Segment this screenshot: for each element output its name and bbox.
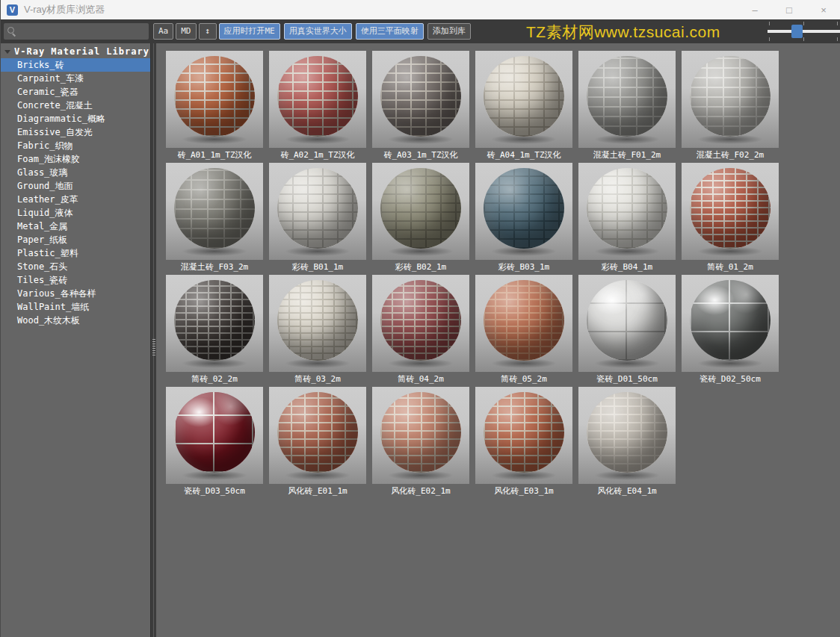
material-card[interactable]: 彩砖_B01_1m: [269, 163, 366, 275]
toolbar-button-open-me-on-apply[interactable]: 应用时打开ME: [219, 23, 280, 40]
sidebar-item-ground[interactable]: Ground_地面: [1, 179, 150, 193]
material-sphere: [587, 168, 667, 249]
material-card[interactable]: 简砖_01_2m: [682, 163, 779, 275]
material-card[interactable]: 瓷砖_D03_50cm: [166, 387, 263, 499]
material-card[interactable]: 简砖_04_2m: [372, 275, 469, 387]
material-preview: [166, 163, 263, 260]
sidebar-item-plastic[interactable]: Plastic_塑料: [1, 246, 150, 260]
slider-tick: [803, 22, 804, 25]
material-card[interactable]: 风化砖_E02_1m: [372, 387, 469, 499]
minimize-icon[interactable]: –: [738, 0, 772, 19]
material-sphere: [690, 280, 770, 361]
slider-handle[interactable]: [791, 25, 803, 38]
sidebar-item-glass[interactable]: Glass_玻璃: [1, 166, 150, 179]
material-label: 瓷砖_D02_50cm: [682, 372, 779, 387]
panel-splitter[interactable]: [150, 43, 156, 637]
material-label: 简砖_04_2m: [372, 372, 469, 387]
sidebar-item-fabric[interactable]: Fabric_织物: [1, 139, 150, 152]
sidebar-item-paper[interactable]: Paper_纸板: [1, 233, 150, 246]
material-preview: [682, 275, 779, 372]
sidebar-item-leather[interactable]: Leather_皮革: [1, 193, 150, 206]
tree-root[interactable]: V-Ray Material Library: [1, 45, 150, 58]
sidebar-item-diagrammatic[interactable]: Diagrammatic_概略: [1, 112, 150, 125]
material-card[interactable]: 风化砖_E03_1m: [475, 387, 572, 499]
material-preview: [372, 275, 469, 372]
sidebar-item-stone[interactable]: Stone_石头: [1, 260, 150, 273]
material-preview: [269, 51, 366, 148]
material-card[interactable]: 混凝土砖_F02_2m: [682, 51, 779, 163]
material-sphere: [380, 280, 461, 361]
material-card[interactable]: 砖_A02_1m_TZ汉化: [269, 51, 366, 163]
material-preview: [682, 163, 779, 260]
sidebar-item-bricks[interactable]: Bricks_砖: [1, 58, 150, 72]
material-preview: [269, 163, 366, 260]
slider-tick: [837, 37, 838, 41]
material-preview: [372, 51, 469, 148]
sidebar-item-foam[interactable]: Foam_泡沫橡胶: [1, 152, 150, 166]
toolbar-button-md[interactable]: MD: [176, 23, 196, 40]
maximize-icon[interactable]: □: [772, 0, 806, 19]
material-sphere: [277, 168, 358, 249]
material-card[interactable]: 混凝土砖_F01_2m: [578, 51, 676, 163]
material-sphere: [174, 280, 255, 361]
material-card[interactable]: 彩砖_B03_1m: [475, 163, 572, 275]
material-label: 砖_A01_1m_TZ汉化: [166, 148, 263, 163]
material-card[interactable]: 砖_A03_1m_TZ汉化: [372, 51, 469, 163]
material-label: 简砖_01_2m: [682, 260, 779, 275]
material-sphere: [690, 56, 770, 137]
material-sphere: [587, 392, 667, 473]
sidebar-item-wood[interactable]: Wood_木纹木板: [1, 314, 150, 327]
sidebar-item-carpaint[interactable]: Carpaint_车漆: [1, 72, 150, 85]
material-card[interactable]: 风化砖_E04_1m: [578, 387, 676, 499]
slider-tick: [769, 37, 770, 41]
material-label: 风化砖_E02_1m: [372, 484, 469, 499]
sidebar-item-wallpaint[interactable]: WallPaint_墙纸: [1, 300, 150, 314]
sidebar-item-tiles[interactable]: Tiles_瓷砖: [1, 273, 150, 287]
material-card[interactable]: 混凝土砖_F03_2m: [166, 163, 263, 275]
toolbar-button-add-to-library[interactable]: 添加到库: [427, 23, 471, 40]
vray-logo-icon: V: [7, 4, 18, 16]
material-label: 简砖_02_2m: [166, 372, 263, 387]
material-label: 砖_A04_1m_TZ汉化: [475, 148, 572, 163]
material-card[interactable]: 瓷砖_D01_50cm: [578, 275, 676, 387]
slider-tick: [803, 37, 804, 41]
material-sphere: [484, 280, 564, 361]
close-icon[interactable]: ×: [806, 0, 840, 19]
material-card[interactable]: 砖_A04_1m_TZ汉化: [475, 51, 572, 163]
material-preview: [682, 51, 779, 148]
material-card[interactable]: 风化砖_E01_1m: [269, 387, 366, 499]
material-card[interactable]: 简砖_03_2m: [269, 275, 366, 387]
material-card[interactable]: 瓷砖_D02_50cm: [682, 275, 779, 387]
material-label: 瓷砖_D03_50cm: [166, 484, 263, 499]
sidebar-item-emissive[interactable]: Emissive_自发光: [1, 125, 150, 139]
sidebar-item-concrete[interactable]: Concrete_混凝土: [1, 99, 150, 112]
material-preview: [475, 387, 572, 484]
toolbar-button-aa[interactable]: Aa: [153, 23, 173, 40]
window-controls: – □ ×: [738, 0, 840, 19]
material-card[interactable]: 简砖_02_2m: [166, 275, 263, 387]
material-preview: [166, 275, 263, 372]
sidebar-item-ceramic[interactable]: Ceramic_瓷器: [1, 85, 150, 99]
toolbar-button-triplanar-mapping[interactable]: 使用三平面映射: [356, 23, 424, 40]
search-input[interactable]: [16, 26, 149, 37]
toolbar-button-real-world-size[interactable]: 用真实世界大小: [284, 23, 352, 40]
material-sphere: [587, 280, 667, 361]
material-card[interactable]: 简砖_05_2m: [475, 275, 572, 387]
material-preview: [166, 387, 263, 484]
toolbar: Aa MD ↕ 应用时打开ME 用真实世界大小 使用三平面映射 添加到库 TZ素…: [1, 19, 840, 43]
material-card[interactable]: 彩砖_B02_1m: [372, 163, 469, 275]
material-label: 砖_A02_1m_TZ汉化: [269, 148, 366, 163]
sidebar-item-liquid[interactable]: Liquid_液体: [1, 206, 150, 220]
material-label: 彩砖_B01_1m: [269, 260, 366, 275]
slider-track[interactable]: [768, 30, 840, 33]
caret-down-icon: [4, 50, 10, 54]
search-box[interactable]: [4, 23, 149, 40]
material-preview: [578, 163, 676, 260]
material-card[interactable]: 彩砖_B04_1m: [578, 163, 676, 275]
material-preview: [166, 51, 263, 148]
sidebar-item-various[interactable]: Various_各种各样: [1, 287, 150, 300]
material-card[interactable]: 砖_A01_1m_TZ汉化: [166, 51, 263, 163]
toolbar-button-updown[interactable]: ↕: [199, 23, 217, 40]
sidebar-item-metal[interactable]: Metal_金属: [1, 220, 150, 233]
material-label: 风化砖_E01_1m: [269, 484, 366, 499]
